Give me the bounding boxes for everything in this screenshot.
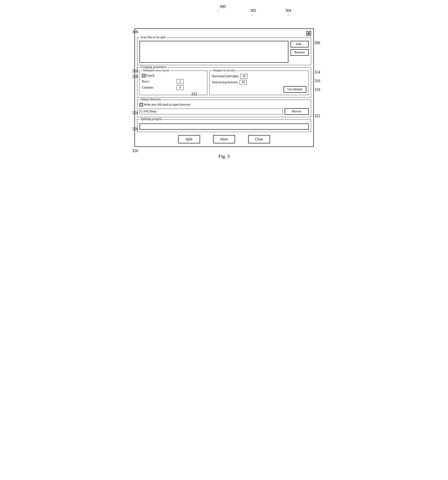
vertical-margin-row: Vertical (top/bottom): [212,80,306,85]
annotation-318: 318 [314,87,320,92]
columns-input[interactable] [177,85,184,90]
output-directory-section: Output directory ☑ Write new tiffs back … [137,100,311,117]
margins-group: Margins (in pixels) Horizontal (left/rig… [209,71,309,95]
rows-input[interactable] [177,79,184,84]
bottom-buttons: Split Abort Close [137,135,311,144]
annotation-arrow-304: ↓ [287,13,289,16]
rows-cols-grid: Rows: Columns: [142,79,205,90]
annotation-306: 306 [314,41,320,45]
splitting-progress-section: Splitting progress [137,119,311,132]
annotation-312: 312 [191,92,197,96]
output-path-row: Browse [140,108,309,115]
margins-label: Margins (in pixels) [212,69,236,72]
remove-button[interactable]: Remove [291,49,309,56]
vertical-label: Vertical (top/bottom): [212,81,239,84]
close-icon[interactable]: ⊠ [306,31,311,36]
annotation-320: 320 [132,74,138,79]
eightpack-row: ☑ 8-pack [142,74,205,77]
progress-bar [140,123,309,130]
cropping-label: Cropping parameters [140,65,167,69]
annotation-302: 302 [250,8,256,13]
figure-caption: Fig. 3 [135,154,314,159]
main-dialog: ⊠ Scan files to be split Add... Remove C… [135,28,314,147]
splitting-progress-label: Splitting progress [140,117,163,121]
annotation-304: 304 [285,8,291,13]
annotation-arrow-300: ↓ [218,9,219,12]
use-default-button[interactable]: Use Default [284,86,306,93]
horizontal-label: Horizontal (left/right): [212,75,239,78]
write-back-row: ☑ Write new tiffs back to input director… [140,103,309,106]
annotation-326b: 326 [132,149,138,153]
rows-label: Rows: [142,80,175,83]
split-button[interactable]: Split [178,135,200,143]
write-back-checkbox[interactable]: ☑ [140,103,143,106]
multipack-group: Multipack array layout ☑ 8-pack Rows: Co… [140,71,207,95]
annotation-314: 314 [314,70,320,75]
annotation-310: 310 [132,69,138,73]
output-directory-label: Output directory [140,98,162,101]
scan-files-section: Scan files to be split Add... Remove [137,38,311,65]
annotation-316: 316 [314,79,320,83]
scan-btn-group: Add... Remove [291,41,309,56]
browse-button[interactable]: Browse [285,108,309,115]
file-list-box[interactable] [140,41,288,63]
cropping-parameters-section: Cropping parameters Multipack array layo… [137,67,311,98]
horizontal-margin-row: Horizontal (left/right): [212,74,306,79]
eightpack-checkbox[interactable]: ☑ [142,74,145,77]
title-bar: ⊠ [137,31,311,36]
add-button[interactable]: Add... [291,41,309,47]
horizontal-input[interactable] [241,74,248,79]
output-dir-content: ☑ Write new tiffs back to input director… [140,103,309,115]
eightpack-label: 8-pack [146,74,155,77]
abort-button[interactable]: Abort [213,135,235,143]
annotation-324: 324 [132,111,138,115]
use-default-row: Use Default [212,86,306,93]
annotation-322: 322 [314,114,320,118]
annotation-326a: 326 [132,127,138,131]
write-back-label: Write new tiffs back to input directory [144,103,191,106]
columns-label: Columns: [142,86,175,89]
multipack-label: Multipack array layout [142,69,170,72]
annotation-300: 300 [220,4,226,9]
close-button-bottom[interactable]: Close [248,135,270,143]
vertical-input[interactable] [240,80,247,85]
path-input[interactable] [140,109,283,114]
scan-files-label: Scan files to be split [140,36,167,39]
annotation-308: 308 [132,30,138,34]
annotation-arrow-302: ↓ [251,13,253,16]
